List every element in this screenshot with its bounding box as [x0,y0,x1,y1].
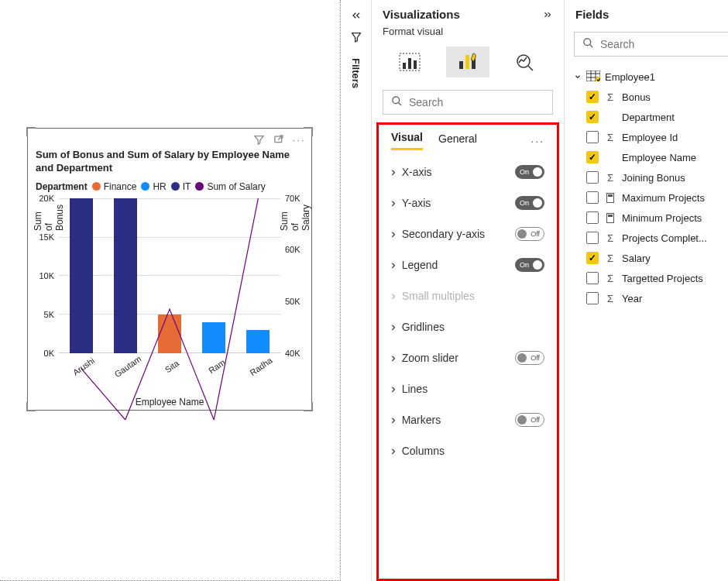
field-row[interactable]: Employee Id [571,127,728,147]
svg-rect-5 [459,61,463,69]
format-row-markers[interactable]: MarkersOff [388,404,548,435]
chevron-right-icon [391,350,396,366]
chevron-right-icon [391,288,396,304]
legend-label: Finance [104,181,137,192]
fields-header: Fields [575,8,609,21]
field-row[interactable]: Joining Bonus [571,167,728,187]
toggle-yaxis[interactable]: On [515,196,544,210]
format-row-secy[interactable]: Secondary y-axisOff [388,218,548,249]
format-row-xaxis[interactable]: X-axisOn [388,156,548,187]
field-label: Employee Id [622,132,678,143]
filters-pane-collapsed[interactable]: Filters [341,0,372,581]
visual-container[interactable]: ··· Sum of Bonus and Sum of Salary by Em… [27,128,312,411]
field-row[interactable]: Year [571,288,728,308]
sigma-icon [605,293,616,304]
chevron-right-icon [391,381,396,397]
field-checkbox[interactable] [586,171,599,184]
chart-plot-area: 20K 15K 10K 5K 0K 70K 60K 50K 40K [59,198,280,353]
tab-visual[interactable]: Visual [391,131,423,150]
format-row-smallmult: Small multiples [388,280,548,311]
line-series[interactable] [81,198,259,420]
highlighted-format-region: Visual General ··· X-axisOnY-axisOnSecon… [376,122,559,581]
filters-label: Filters [350,58,362,88]
field-label: Bonus [622,91,651,103]
measure-icon [605,193,616,203]
chevron-right-icon [391,226,396,242]
field-row[interactable]: Targetted Projects [571,268,728,288]
legend-item-finance: Finance [92,181,137,192]
legend-item-salary: Sum of Salary [195,181,265,192]
field-row[interactable]: Minimum Projects [571,208,728,228]
format-search-box[interactable] [383,90,553,115]
field-checkbox[interactable] [586,131,599,143]
build-visual-icon[interactable] [388,46,431,77]
field-label: Minimum Projects [622,212,702,224]
legend-label: IT [183,181,191,192]
fields-search-box[interactable] [574,32,728,57]
toggle-zoom[interactable]: Off [515,351,544,365]
field-row[interactable]: Salary [571,248,728,268]
collapse-visualizations-icon[interactable] [542,9,553,20]
sigma-icon [605,172,616,184]
field-checkbox[interactable] [586,272,599,284]
field-label: Joining Bonus [622,172,685,184]
format-row-columns[interactable]: Columns [388,435,548,466]
format-row-gridlines[interactable]: Gridlines [388,311,548,342]
legend-title: Department [36,181,88,192]
fields-pane: Fields Employee1 BonusDepartmentEmployee… [565,0,728,581]
sigma-icon [605,91,616,103]
field-checkbox[interactable] [586,111,599,123]
field-row[interactable]: Maximum Projects [571,187,728,208]
field-row[interactable]: Bonus [571,87,728,107]
fields-search-input[interactable] [600,38,728,50]
toggle-secy[interactable]: Off [515,227,544,241]
format-row-label: Markers [402,414,441,426]
field-checkbox[interactable] [586,252,599,264]
resize-handle-tr[interactable] [304,127,313,136]
y-axis-right-ticks: 70K 60K 50K 40K [280,198,311,353]
toggle-legend[interactable]: On [515,258,544,272]
format-row-label: Small multiples [402,290,475,302]
format-row-label: X-axis [402,166,432,178]
search-icon [582,37,594,51]
sigma-icon [605,273,616,284]
chevron-right-icon [391,257,396,273]
field-row[interactable]: Department [571,107,728,127]
field-checkbox[interactable] [586,292,599,304]
field-checkbox[interactable] [586,91,599,103]
format-row-zoom[interactable]: Zoom sliderOff [388,342,548,373]
format-row-lines[interactable]: Lines [388,373,548,404]
focus-mode-icon[interactable] [273,133,285,146]
legend-item-hr: HR [141,181,166,192]
tab-general[interactable]: General [438,132,477,150]
field-row[interactable]: Employee Name [571,147,728,167]
resize-handle-tl[interactable] [26,127,36,136]
format-search-input[interactable] [409,96,544,108]
svg-point-10 [584,39,591,46]
chevron-down-icon [574,71,582,83]
field-checkbox[interactable] [586,151,599,163]
format-row-yaxis[interactable]: Y-axisOn [388,187,548,218]
format-visual-label: Format visual [372,24,564,42]
toggle-markers[interactable]: Off [515,413,544,427]
field-checkbox[interactable] [586,211,599,224]
format-row-label: Y-axis [402,197,431,209]
field-checkbox[interactable] [586,191,599,204]
format-row-legend[interactable]: LegendOn [388,249,548,280]
field-checkbox[interactable] [586,232,599,244]
chevron-right-icon [391,443,396,459]
analytics-icon[interactable] [504,46,548,77]
toggle-xaxis[interactable]: On [515,165,544,179]
expand-filters-icon[interactable] [349,8,364,23]
format-visual-icon[interactable] [446,46,489,77]
chart-legend: Department Finance HR IT Sum of Salary [28,180,311,198]
chevron-right-icon [391,195,396,211]
field-row[interactable]: Projects Complet... [571,228,728,248]
table-node-employee1[interactable]: Employee1 [571,67,728,87]
svg-rect-6 [465,55,469,69]
filter-icon[interactable] [252,133,265,146]
report-canvas[interactable]: ··· Sum of Bonus and Sum of Salary by Em… [0,0,341,581]
tab-more-icon[interactable]: ··· [531,135,544,147]
measure-icon [605,213,616,223]
svg-rect-3 [408,58,411,69]
